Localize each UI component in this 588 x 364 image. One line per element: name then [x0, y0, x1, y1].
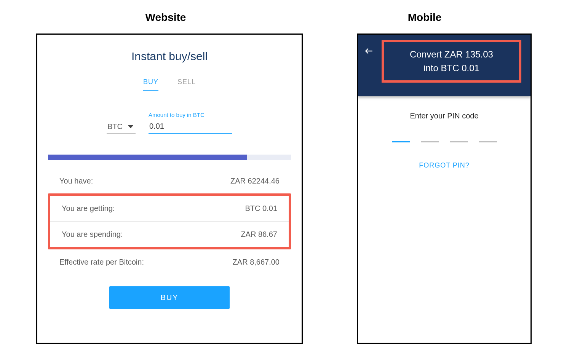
row-label: Effective rate per Bitcoin:: [59, 258, 144, 267]
section-heading-website: Website: [137, 11, 194, 24]
forgot-pin-link[interactable]: FORGOT PIN?: [366, 161, 523, 169]
amount-input[interactable]: [149, 120, 232, 134]
into-prefix: into: [423, 63, 441, 73]
tab-sell[interactable]: SELL: [177, 78, 196, 91]
row-value: ZAR 62244.46: [230, 177, 280, 185]
chevron-down-icon: [128, 125, 133, 128]
panel-title: Instant buy/sell: [48, 50, 291, 63]
pin-slot-2: [421, 141, 439, 142]
section-heading-mobile: Mobile: [402, 11, 447, 24]
row-effective-rate: Effective rate per Bitcoin: ZAR 8,667.00: [48, 249, 291, 275]
highlight-box: You are getting: BTC 0.01 You are spendi…: [48, 193, 291, 249]
pin-prompt: Enter your PIN code: [366, 112, 523, 120]
convert-prefix: Convert: [410, 49, 444, 59]
progress-bar-fill: [48, 155, 247, 160]
currency-select[interactable]: BTC: [107, 120, 136, 134]
mobile-panel: Convert ZAR 135.03 into BTC 0.01 Enter y…: [357, 34, 532, 344]
row-value: ZAR 8,667.00: [233, 258, 280, 267]
pin-slot-3: [450, 141, 468, 142]
buy-sell-tabs: BUY SELL: [48, 78, 291, 91]
buy-button[interactable]: BUY: [109, 286, 230, 309]
website-panel: Instant buy/sell BUY SELL BTC Amount to …: [36, 34, 303, 344]
row-label: You are getting:: [62, 204, 115, 213]
pin-slot-1: [392, 141, 410, 142]
pin-slot-4: [479, 141, 497, 142]
summary-list: You have: ZAR 62244.46 You are getting: …: [48, 168, 291, 275]
row-you-are-getting: You are getting: BTC 0.01: [50, 196, 289, 222]
tab-buy[interactable]: BUY: [143, 78, 158, 91]
row-label: You are spending:: [62, 230, 123, 239]
convert-from-amount: ZAR 135.03: [444, 49, 493, 59]
mobile-header: Convert ZAR 135.03 into BTC 0.01: [358, 35, 530, 96]
amount-field-label: Amount to buy in BTC: [149, 112, 232, 118]
row-you-are-spending: You are spending: ZAR 86.67: [50, 222, 289, 247]
arrow-left-icon: [364, 46, 374, 56]
row-label: You have:: [59, 177, 93, 185]
progress-bar: [48, 155, 291, 160]
row-you-have: You have: ZAR 62244.46: [48, 168, 291, 194]
back-button[interactable]: [364, 46, 375, 57]
conversion-highlight-box: Convert ZAR 135.03 into BTC 0.01: [382, 40, 521, 83]
currency-select-value: BTC: [107, 122, 123, 131]
convert-to-amount: BTC 0.01: [441, 63, 479, 73]
row-value: BTC 0.01: [245, 204, 277, 213]
pin-input-group[interactable]: [366, 141, 523, 142]
row-value: ZAR 86.67: [241, 230, 277, 239]
